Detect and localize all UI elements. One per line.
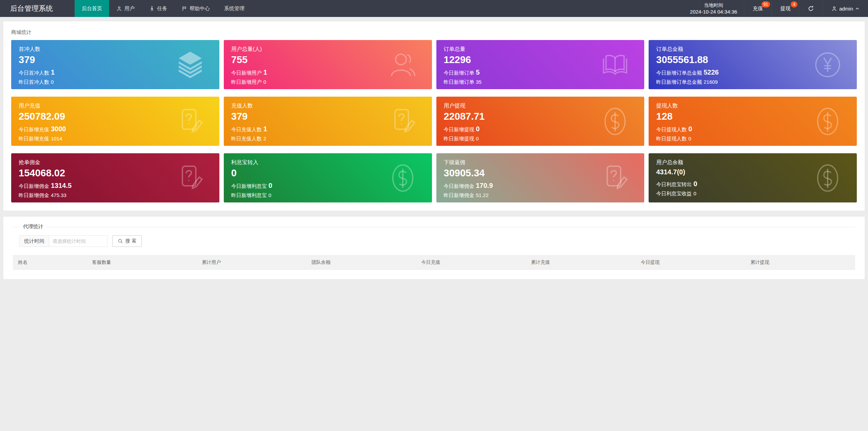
stat-today-value: 1 — [51, 68, 55, 76]
stat-today-label: 今日新增订单 — [444, 70, 474, 76]
dollar-circle-icon — [812, 106, 843, 137]
document-question-icon — [175, 162, 206, 194]
stat-yesterday-label: 昨日新增佣金 — [19, 192, 49, 198]
nav-item-label: 帮助中心 — [190, 5, 210, 12]
stat-yesterday-label: 昨日新增订单 — [444, 79, 474, 85]
dollar-circle-icon — [599, 106, 631, 137]
local-time-value: 2024-10-24 04:34:36 — [690, 8, 737, 15]
stat-yesterday-label: 今日利息宝收益 — [656, 191, 692, 196]
stat-card-total-users: 用户总量(人) 755 今日新增用户1 昨日新增用户0 — [224, 40, 432, 89]
stat-time-input[interactable] — [49, 235, 107, 247]
stat-yesterday-value: 0 — [269, 192, 271, 198]
stat-today-label: 今日新增订单总金额 — [656, 70, 702, 76]
recharge-button[interactable]: 充值 91 — [744, 0, 771, 17]
col-today-withdraw: 今日提现 — [636, 256, 746, 270]
stat-card-sub-rebate: 下级返佣 30905.34 今日新增佣金170.9 昨日新增佣金51.22 — [436, 153, 645, 202]
stat-today-label: 今日新增利息宝 — [231, 183, 267, 189]
stat-cards-grid: 首冲人数 379 今日首冲人数1 昨日首冲人数0 用户总量(人) 755 今日新… — [3, 40, 865, 211]
stat-yesterday-value: 0 — [263, 79, 266, 85]
stat-yesterday-value: 475.33 — [51, 192, 66, 198]
stat-today-value: 0 — [688, 125, 692, 133]
stat-today-label: 今日首冲人数 — [19, 70, 49, 76]
stat-today-label: 今日提现人数 — [656, 126, 687, 132]
refresh-icon — [808, 5, 814, 12]
recharge-label: 充值 — [753, 5, 763, 12]
stat-card-user-total-balance: 用户总余额 4314.7(0) 今日利息宝转出0 今日利息宝收益0 — [649, 153, 857, 202]
user-menu[interactable]: admin — [823, 0, 868, 17]
search-icon — [118, 238, 123, 244]
stat-card-first-recharge-users: 首冲人数 379 今日首冲人数1 昨日首冲人数0 — [11, 40, 219, 89]
main-nav: 后台首页 用户 任务 帮助中心 系统管理 — [75, 0, 252, 17]
stat-yesterday-value: 51.22 — [476, 192, 489, 198]
table-header-row: 姓名 客服数量 累计用户 团队余额 今日充值 累计充值 今日提现 累计提现 — [13, 256, 855, 270]
stat-card-interest-transfer-in: 利息宝转入 0 今日新增利息宝0 昨日新增利息宝0 — [224, 153, 432, 202]
stat-today-value: 0 — [269, 182, 272, 189]
username: admin — [839, 6, 853, 12]
document-question-icon — [175, 106, 206, 137]
stat-card-total-orders: 订单总量 12296 今日新增订单5 昨日新增订单35 — [436, 40, 645, 89]
nav-item-system[interactable]: 系统管理 — [217, 0, 252, 17]
stat-yesterday-value: 21609 — [704, 79, 718, 85]
recharge-badge: 91 — [762, 1, 770, 7]
stat-today-value: 0 — [476, 125, 480, 133]
flag-icon — [181, 6, 187, 12]
stat-today-label: 今日新增充值 — [19, 126, 49, 132]
agent-stats-title: 代理统计 — [20, 223, 47, 230]
nav-item-home[interactable]: 后台首页 — [75, 0, 109, 17]
col-total-users: 累计用户 — [197, 256, 307, 270]
stat-today-value: 5226 — [704, 68, 719, 76]
stat-today-value: 3000 — [51, 125, 66, 133]
stat-card-order-commission: 抢单佣金 154068.02 今日新增佣金1314.5 昨日新增佣金475.33 — [11, 153, 219, 202]
chevron-up-icon — [855, 6, 860, 11]
mall-stats-title: 商城统计 — [3, 21, 865, 40]
stat-time-label: 统计时间 — [19, 235, 49, 247]
stat-yesterday-value: 35 — [476, 79, 482, 85]
navbar-right: 当地时间 2024-10-24 04:34:36 充值 91 提现 4 admi… — [683, 0, 868, 17]
stat-today-value: 1314.5 — [51, 182, 72, 189]
stat-yesterday-label: 昨日新增订单总金额 — [656, 79, 702, 85]
document-question-icon — [599, 162, 631, 194]
nav-item-tasks[interactable]: 任务 — [142, 0, 174, 17]
stat-yesterday-value: 1014 — [51, 136, 62, 141]
stat-today-value: 0 — [693, 180, 697, 188]
mall-stats-panel: 商城统计 首冲人数 379 今日首冲人数1 昨日首冲人数0 用户总量(人) 75… — [3, 21, 865, 211]
stat-yesterday-value: 0 — [688, 136, 691, 141]
dollar-circle-icon — [812, 162, 843, 194]
stat-yesterday-label: 昨日充值人数 — [231, 136, 262, 141]
local-time-label: 当地时间 — [690, 2, 737, 8]
stat-yesterday-value: 2 — [263, 136, 266, 141]
stat-yesterday-label: 昨日新增充值 — [19, 136, 49, 141]
nav-item-users[interactable]: 用户 — [109, 0, 142, 17]
top-navbar: 后台管理系统 后台首页 用户 任务 帮助中心 系统管理 — [0, 0, 868, 17]
stat-today-value: 1 — [263, 125, 267, 133]
user-icon — [831, 6, 837, 12]
stat-today-label: 今日新增佣金 — [444, 183, 474, 189]
stat-today-label: 今日利息宝转出 — [656, 181, 692, 187]
withdraw-label: 提现 — [780, 5, 790, 12]
local-time: 当地时间 2024-10-24 04:34:36 — [683, 0, 744, 17]
agent-stats-fieldset: 代理统计 — [13, 227, 855, 231]
stat-today-label: 今日新增用户 — [231, 70, 262, 76]
search-button[interactable]: 搜 索 — [112, 235, 142, 247]
stat-yesterday-label: 昨日新增佣金 — [444, 192, 474, 198]
yen-circle-icon — [812, 49, 843, 80]
stat-yesterday-label: 昨日新增提现 — [444, 136, 474, 141]
col-service-count: 客服数量 — [87, 256, 197, 270]
app-title: 后台管理系统 — [0, 0, 75, 17]
walking-person-icon — [149, 6, 155, 12]
stat-card-order-total-amount: 订单总金额 3055561.88 今日新增订单总金额5226 昨日新增订单总金额… — [649, 40, 857, 89]
nav-item-label: 后台首页 — [82, 5, 102, 12]
col-name: 姓名 — [13, 256, 87, 270]
refresh-button[interactable] — [799, 0, 823, 17]
agent-stats-table: 姓名 客服数量 累计用户 团队余额 今日充值 累计充值 今日提现 累计提现 — [13, 255, 855, 279]
stat-card-withdraw-users: 提现人数 128 今日提现人数0 昨日提现人数0 — [649, 97, 857, 146]
withdraw-button[interactable]: 提现 4 — [771, 0, 799, 17]
document-question-icon — [387, 106, 418, 137]
open-book-icon — [599, 49, 631, 80]
nav-item-label: 系统管理 — [224, 5, 244, 12]
stat-yesterday-label: 昨日新增利息宝 — [231, 192, 267, 198]
stat-today-label: 今日新增提现 — [444, 126, 474, 132]
col-today-recharge: 今日充值 — [416, 256, 526, 270]
nav-item-help-center[interactable]: 帮助中心 — [174, 0, 217, 17]
agent-filter-form: 统计时间 搜 索 — [19, 235, 860, 247]
